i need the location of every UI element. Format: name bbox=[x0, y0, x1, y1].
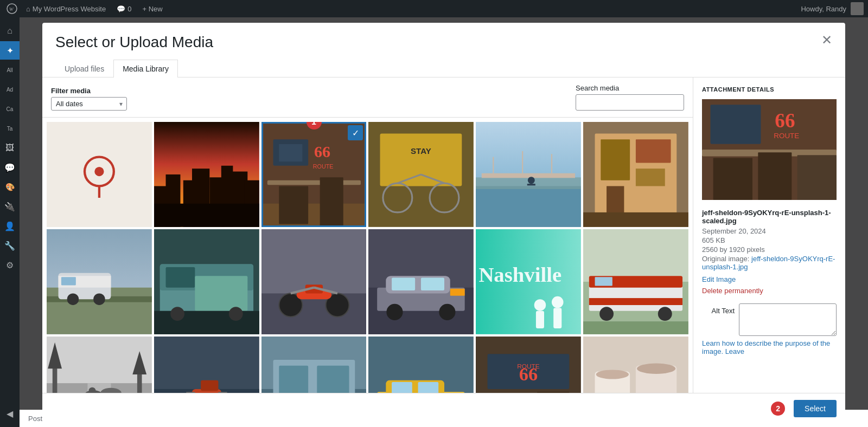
svg-rect-103 bbox=[137, 371, 142, 393]
svg-point-84 bbox=[534, 299, 546, 311]
search-input[interactable] bbox=[576, 94, 684, 111]
svg-point-86 bbox=[552, 296, 564, 308]
sidebar-icon-plugins[interactable]: 🔌 bbox=[0, 197, 20, 216]
svg-rect-87 bbox=[554, 308, 562, 328]
svg-point-94 bbox=[599, 307, 614, 321]
media-item[interactable] bbox=[368, 229, 474, 334]
svg-rect-149 bbox=[713, 158, 752, 200]
svg-point-55 bbox=[93, 293, 105, 305]
attachment-thumbnail: 66 ROUTE bbox=[702, 99, 837, 200]
media-item[interactable] bbox=[47, 229, 152, 334]
media-item[interactable] bbox=[154, 229, 259, 334]
admin-bar-new[interactable]: + New bbox=[138, 3, 167, 15]
svg-rect-120 bbox=[317, 366, 349, 393]
sidebar-icon-settings[interactable]: ⚙ bbox=[0, 256, 20, 274]
media-item[interactable] bbox=[47, 122, 152, 227]
svg-text:W: W bbox=[9, 7, 14, 12]
attachment-panel-title: ATTACHMENT DETAILS bbox=[702, 86, 837, 93]
attachment-date: September 20, 2024 bbox=[702, 227, 837, 235]
svg-point-39 bbox=[528, 177, 535, 184]
sidebar-icon-users[interactable]: 👤 bbox=[0, 217, 20, 235]
svg-rect-81 bbox=[450, 289, 465, 296]
svg-rect-77 bbox=[392, 277, 416, 290]
sidebar-icon-tools[interactable]: 🔧 bbox=[0, 236, 20, 255]
sidebar-icon-media[interactable]: 🖼 bbox=[0, 139, 20, 157]
sidebar-icon-comments[interactable]: 💬 bbox=[0, 158, 20, 177]
modal-header: Select or Upload Media ✕ Upload files Me… bbox=[42, 23, 845, 77]
sidebar: ⌂ ✦ All Ad Ca Ta 🖼 💬 🎨 🔌 👤 🔧 ⚙ ◀ bbox=[0, 17, 20, 427]
media-item[interactable] bbox=[47, 337, 152, 393]
sidebar-icon-all[interactable]: All bbox=[0, 61, 20, 79]
media-item[interactable] bbox=[154, 122, 259, 227]
svg-text:STAY: STAY bbox=[411, 146, 432, 156]
avatar bbox=[851, 2, 864, 15]
svg-rect-101 bbox=[53, 366, 58, 393]
media-item-selected[interactable]: 1 66 ROUTE bbox=[261, 122, 367, 227]
svg-text:ROUTE: ROUTE bbox=[518, 363, 540, 370]
sidebar-icon-appearance[interactable]: 🎨 bbox=[0, 178, 20, 196]
media-grid-container[interactable]: 1 66 ROUTE bbox=[42, 118, 693, 393]
svg-rect-92 bbox=[589, 298, 682, 305]
media-item[interactable] bbox=[583, 229, 688, 334]
alt-text-help-link[interactable]: Learn how to describe the purpose of the… bbox=[702, 339, 837, 355]
svg-rect-21 bbox=[267, 180, 360, 185]
tab-media-library[interactable]: Media Library bbox=[113, 60, 178, 77]
attachment-original: Original image: jeff-sheldon-9SyOKYrq-rE… bbox=[702, 255, 837, 271]
svg-rect-26 bbox=[380, 134, 462, 186]
media-item[interactable] bbox=[583, 122, 688, 227]
svg-rect-78 bbox=[421, 277, 444, 290]
date-filter-select[interactable]: All dates bbox=[51, 97, 127, 111]
comments-icon: 💬 bbox=[117, 5, 125, 13]
media-item[interactable]: Nashville bbox=[476, 229, 581, 334]
svg-rect-119 bbox=[279, 366, 308, 393]
home-icon: ⌂ bbox=[26, 5, 30, 13]
alt-text-input[interactable] bbox=[739, 303, 837, 336]
attachment-filesize: 605 KB bbox=[702, 236, 837, 244]
date-select-wrapper: All dates bbox=[51, 97, 127, 111]
media-item[interactable]: 66 ROUTE bbox=[476, 337, 581, 393]
svg-rect-18 bbox=[279, 144, 302, 161]
selection-count-badge: 2 bbox=[771, 402, 785, 416]
edit-image-link[interactable]: Edit Image bbox=[702, 275, 837, 283]
sidebar-icon-cat[interactable]: Ca bbox=[0, 100, 20, 118]
svg-point-143 bbox=[637, 363, 675, 373]
sidebar-icon-add[interactable]: Ad bbox=[0, 80, 20, 99]
modal-close-button[interactable]: ✕ bbox=[819, 31, 834, 49]
sidebar-icon-posts[interactable]: ✦ bbox=[0, 41, 20, 60]
svg-rect-125 bbox=[392, 382, 413, 393]
tab-upload-files[interactable]: Upload files bbox=[55, 60, 113, 77]
new-label: + New bbox=[142, 5, 162, 13]
filter-label: Filter media bbox=[51, 87, 127, 95]
svg-rect-96 bbox=[583, 321, 688, 334]
svg-rect-22 bbox=[261, 204, 367, 227]
media-item[interactable] bbox=[583, 337, 688, 393]
svg-point-80 bbox=[439, 304, 456, 320]
delete-permanently-link[interactable]: Delete permanently bbox=[702, 287, 837, 295]
media-item[interactable] bbox=[368, 337, 474, 393]
svg-point-54 bbox=[67, 293, 79, 305]
svg-point-5 bbox=[94, 167, 104, 176]
alt-text-label: Alt Text bbox=[702, 303, 735, 315]
media-item[interactable] bbox=[154, 337, 259, 393]
media-item[interactable]: STAY bbox=[368, 122, 474, 227]
svg-point-140 bbox=[596, 370, 629, 379]
sidebar-icon-dashboard[interactable]: ⌂ bbox=[0, 22, 20, 40]
svg-rect-45 bbox=[607, 186, 624, 215]
wp-logo-icon[interactable]: W bbox=[4, 0, 20, 17]
admin-bar-home[interactable]: ⌂ My WordPress Website bbox=[22, 3, 110, 15]
admin-bar-left: W ⌂ My WordPress Website 💬 0 + New bbox=[4, 0, 792, 17]
select-button[interactable]: Select bbox=[794, 400, 837, 417]
sidebar-icon-tags[interactable]: Ta bbox=[0, 119, 20, 138]
admin-bar-comments[interactable]: 💬 0 bbox=[112, 3, 136, 15]
svg-rect-35 bbox=[482, 173, 575, 178]
modal-overlay: Select or Upload Media ✕ Upload files Me… bbox=[20, 17, 868, 410]
svg-rect-40 bbox=[527, 184, 535, 185]
sidebar-icon-collapse[interactable]: ◀ bbox=[0, 404, 20, 423]
modal-footer: 2 Select bbox=[42, 393, 845, 424]
media-item[interactable] bbox=[261, 229, 367, 334]
media-item[interactable] bbox=[261, 337, 367, 393]
media-item[interactable] bbox=[476, 122, 581, 227]
svg-rect-60 bbox=[195, 276, 247, 311]
svg-rect-53 bbox=[61, 277, 76, 285]
site-name: My WordPress Website bbox=[33, 5, 106, 13]
